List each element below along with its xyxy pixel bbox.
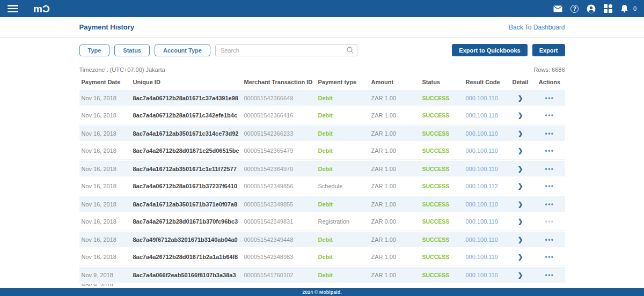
unique-id-cell: 8ac7a4a06712b28a01671c37a4391e98 [131, 95, 242, 101]
result-code-link[interactable]: 000.100.112 [464, 183, 507, 189]
amount-cell: ZAR 1.00 [369, 183, 420, 189]
detail-chevron-icon[interactable]: ❯ [517, 201, 523, 208]
help-icon[interactable]: ? [570, 4, 580, 13]
result-code-link[interactable]: 000.100.110 [464, 147, 507, 154]
account-type-filter-button[interactable]: Account Type [155, 45, 210, 56]
merchant-transaction-id-cell: 000051542366649 [242, 95, 316, 101]
detail-chevron-icon[interactable]: ❯ [517, 94, 523, 102]
payment-date-cell: Nov 16, 2018 [79, 112, 131, 119]
merchant-transaction-id-cell: 000051542349855 [242, 201, 316, 208]
actions-menu-icon[interactable]: ••• [545, 165, 554, 173]
payment-type-cell: Debit [316, 95, 369, 101]
page-header: Payment History Back To Dashboard [0, 17, 644, 38]
actions-menu-icon[interactable]: ••• [545, 147, 554, 154]
amount-cell: ZAR 1.00 [369, 236, 420, 243]
page-title: Payment History [79, 23, 135, 31]
actions-menu-icon[interactable]: ••• [545, 218, 554, 225]
actions-menu-icon[interactable]: ••• [545, 236, 554, 243]
payment-date-cell: Nov 16, 2018 [79, 95, 131, 101]
col-header-status: Status [420, 79, 464, 85]
top-navigation-bar: mƆ ? 0 [0, 0, 644, 17]
actions-menu-icon[interactable]: ••• [545, 112, 554, 119]
amount-cell: ZAR 1.00 [369, 254, 420, 260]
amount-cell: ZAR 1.00 [369, 130, 420, 137]
status-filter-button[interactable]: Status [114, 45, 150, 56]
table-body: Nov 16, 2018 8ac7a4a06712b28a01671c37a43… [79, 89, 565, 284]
status-badge: SUCCESS [420, 236, 464, 243]
detail-chevron-icon[interactable]: ❯ [517, 130, 523, 137]
detail-chevron-icon[interactable]: ❯ [517, 253, 523, 261]
actions-menu-icon[interactable]: ••• [545, 182, 554, 190]
profile-icon[interactable] [587, 4, 596, 13]
col-header-unique-id: Unique ID [131, 79, 242, 85]
col-header-result-code: Result Code [464, 79, 507, 85]
back-to-dashboard-link[interactable]: Back To Dashboard [509, 24, 565, 31]
payment-type-cell: Registration [316, 218, 369, 225]
table-row: Nov 16, 2018 8ac7a4a26712b28d01671c25d06… [79, 142, 565, 160]
detail-chevron-icon[interactable]: ❯ [517, 165, 523, 173]
actions-menu-icon[interactable]: ••• [545, 130, 554, 137]
amount-cell: ZAR 1.00 [369, 272, 420, 278]
unique-id-cell: 8ac7a4a06712b28a01671c342efe1b4c [131, 112, 242, 119]
payment-date-cell: Nov 9, 2018 [79, 272, 131, 278]
table-row: Nov 16, 2018 8ac7a4a06712b28a01671b37237… [79, 177, 565, 195]
mail-icon[interactable] [553, 4, 563, 13]
result-code-link[interactable]: 000.100.110 [464, 254, 507, 260]
search-input[interactable] [215, 45, 357, 56]
actions-menu-icon[interactable]: ••• [545, 94, 554, 102]
detail-chevron-icon[interactable]: ❯ [517, 218, 523, 225]
mobipaid-logo[interactable]: mƆ [33, 4, 50, 14]
export-button[interactable]: Export [532, 44, 565, 56]
merchant-transaction-id-cell: 000051542366416 [242, 112, 316, 119]
result-code-link[interactable]: 000.100.110 [464, 112, 507, 119]
result-code-link[interactable]: 000.100.110 [464, 166, 507, 172]
merchant-transaction-id-cell: 000051542349831 [242, 218, 316, 225]
type-filter-button[interactable]: Type [79, 45, 110, 56]
detail-chevron-icon[interactable]: ❯ [517, 182, 523, 190]
payment-date-cell: Nov 16, 2018 [79, 130, 131, 137]
detail-chevron-icon[interactable]: ❯ [517, 271, 523, 279]
detail-chevron-icon[interactable]: ❯ [517, 147, 523, 154]
result-code-link[interactable]: 000.100.110 [464, 95, 507, 101]
status-badge: SUCCESS [420, 218, 464, 225]
unique-id-cell: 8ac7a4a066f2eab50166f8107b3a38a3 [131, 272, 242, 278]
result-code-link[interactable]: 000.100.110 [464, 218, 507, 225]
result-code-link[interactable]: 000.100.110 [464, 236, 507, 243]
actions-menu-icon[interactable]: ••• [545, 271, 554, 279]
result-code-link[interactable]: 000.100.110 [464, 201, 507, 208]
payment-type-cell: Debit [316, 130, 369, 137]
unique-id-cell: 8ac7a4a26712b28d01671c25d06515be [131, 147, 242, 154]
payment-type-cell: Debit [316, 254, 369, 260]
unique-id-cell: 8ac7a4a26712b28d01671b2a1a1b64f8 [131, 254, 242, 260]
page-footer: 2024 © Mobipaid. [0, 288, 644, 296]
unique-id-cell: 8ac7a49f6712ab3201671b3140ab04a0 [131, 236, 242, 243]
export-quickbooks-button[interactable]: Export to Quickbooks [452, 44, 527, 56]
amount-cell: ZAR 1.00 [369, 112, 420, 119]
menu-icon[interactable] [8, 5, 18, 12]
merchant-transaction-id-cell: 000051542348983 [242, 254, 316, 260]
detail-chevron-icon[interactable]: ❯ [517, 112, 523, 119]
amount-cell: ZAR 1.00 [369, 201, 420, 208]
search-icon [347, 47, 354, 54]
merchant-transaction-id-cell: 000051542366233 [242, 130, 316, 137]
table-row: Nov 16, 2018 8ac7a4a16712ab3501671c314ce… [79, 124, 565, 142]
payment-type-cell: Debit [316, 112, 369, 119]
table-row: Nov 16, 2018 8ac7a4a16712ab3501671b371e0… [79, 195, 565, 213]
payment-date-cell: Nov 16, 2018 [79, 183, 131, 189]
actions-menu-icon[interactable]: ••• [545, 253, 554, 261]
col-header-payment-date: Payment Date [79, 79, 131, 85]
amount-cell: ZAR 1.00 [369, 95, 420, 101]
merchant-transaction-id-cell: 000051541760102 [242, 272, 316, 278]
unique-id-cell: 8ac7a4a16712ab3501671c1e11f72577 [131, 166, 242, 172]
unique-id-cell: 8ac7a4a16712ab3501671c314ce73d92 [131, 130, 242, 137]
col-header-payment-type: Payment type [316, 79, 369, 85]
apps-grid-icon[interactable] [603, 4, 613, 13]
notifications-bell-icon[interactable] [620, 4, 630, 13]
result-code-link[interactable]: 000.100.110 [464, 130, 507, 137]
table-row: Nov 16, 2018 8ac7a4a26712b28d01671b2a1a1… [79, 248, 565, 266]
detail-chevron-icon[interactable]: ❯ [517, 236, 523, 243]
col-header-amount: Amount [369, 79, 420, 85]
result-code-link[interactable]: 000.100.110 [464, 272, 507, 278]
actions-menu-icon[interactable]: ••• [545, 201, 554, 208]
status-badge: SUCCESS [420, 272, 464, 278]
